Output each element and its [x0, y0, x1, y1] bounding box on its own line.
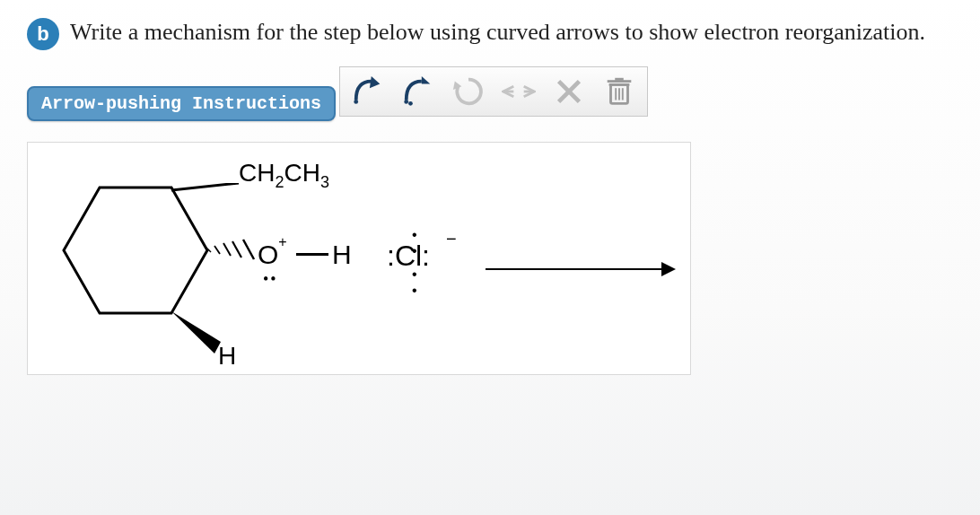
reaction-arrow [486, 268, 674, 270]
svg-point-0 [354, 100, 358, 104]
ethyl-substituent-label: CH2CH3 [239, 159, 329, 192]
curved-arrow-full-tool[interactable] [349, 73, 387, 110]
part-badge: b [27, 18, 59, 50]
svg-point-2 [408, 101, 413, 106]
oxonium-group: O+ H [258, 240, 352, 270]
arrow-pushing-instructions-button[interactable]: Arrow-pushing Instructions [27, 86, 336, 121]
svg-line-13 [171, 183, 239, 190]
oxygen-lone-pair: •• [263, 270, 278, 289]
reaction-canvas[interactable]: CH2CH3 O+ H •• H • • :Cl: • • − [27, 142, 691, 375]
svg-rect-11 [615, 78, 624, 82]
drawing-toolbar [339, 66, 648, 117]
oxonium-H: H [332, 240, 352, 269]
hflip-tool[interactable] [500, 73, 538, 110]
svg-line-16 [223, 243, 231, 256]
bond-to-ethyl [171, 183, 243, 210]
wedge-h-label: H [218, 342, 236, 371]
clear-all-tool[interactable] [600, 73, 638, 110]
svg-marker-19 [171, 311, 221, 354]
delete-tool[interactable] [550, 73, 588, 110]
oxonium-charge: + [278, 234, 286, 249]
svg-line-14 [207, 249, 211, 252]
chloride-ion: • • :Cl: • • − [387, 240, 430, 273]
svg-line-18 [243, 240, 254, 259]
curved-arrow-half-tool[interactable] [399, 73, 437, 110]
rotate-tool[interactable] [450, 73, 487, 110]
svg-point-1 [404, 100, 408, 104]
question-prompt: Write a mechanism for the step below usi… [70, 16, 925, 48]
oxonium-O: O [258, 240, 278, 269]
svg-line-17 [232, 241, 241, 258]
svg-line-15 [214, 246, 220, 254]
